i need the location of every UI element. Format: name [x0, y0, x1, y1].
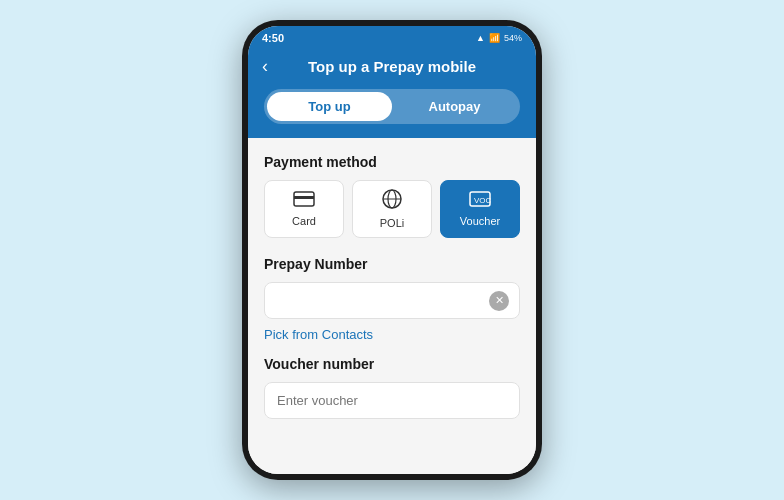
- payment-poli-option[interactable]: POLi: [352, 180, 432, 238]
- tab-autopay[interactable]: Autopay: [392, 92, 517, 121]
- tab-container: Top up Autopay: [248, 89, 536, 138]
- voucher-icon: VOC: [469, 191, 491, 211]
- svg-rect-1: [294, 196, 314, 199]
- content-area: Payment method Card: [248, 138, 536, 474]
- phone-screen: 4:50 ▲ 📶 54% ‹ Top up a Prepay mobile To…: [248, 26, 536, 474]
- voucher-number-section: Voucher number: [264, 356, 520, 419]
- card-label: Card: [292, 215, 316, 227]
- voucher-number-input[interactable]: [264, 382, 520, 419]
- back-button[interactable]: ‹: [262, 56, 268, 77]
- signal-icon: 📶: [489, 33, 500, 43]
- clear-input-button[interactable]: ✕: [489, 291, 509, 311]
- svg-text:VOC: VOC: [474, 196, 491, 205]
- payment-voucher-option[interactable]: VOC Voucher: [440, 180, 520, 238]
- tab-topup[interactable]: Top up: [267, 92, 392, 121]
- payment-card-option[interactable]: Card: [264, 180, 344, 238]
- phone-device: 4:50 ▲ 📶 54% ‹ Top up a Prepay mobile To…: [242, 20, 542, 480]
- voucher-label: Voucher: [460, 215, 500, 227]
- tab-switcher: Top up Autopay: [264, 89, 520, 124]
- prepay-input-wrapper: ✕: [264, 282, 520, 319]
- pick-contacts-link[interactable]: Pick from Contacts: [264, 327, 520, 342]
- poli-label: POLi: [380, 217, 404, 229]
- voucher-number-label: Voucher number: [264, 356, 520, 372]
- page-title: Top up a Prepay mobile: [308, 58, 476, 75]
- payment-methods: Card POLi: [264, 180, 520, 238]
- header: ‹ Top up a Prepay mobile: [248, 48, 536, 89]
- prepay-number-label: Prepay Number: [264, 256, 520, 272]
- status-bar: 4:50 ▲ 📶 54%: [248, 26, 536, 48]
- payment-method-label: Payment method: [264, 154, 520, 170]
- status-time: 4:50: [262, 32, 284, 44]
- prepay-number-section: Prepay Number ✕ Pick from Contacts: [264, 256, 520, 342]
- prepay-number-input[interactable]: [265, 283, 489, 318]
- wifi-icon: ▲: [476, 33, 485, 43]
- card-icon: [293, 191, 315, 211]
- battery-text: 54%: [504, 33, 522, 43]
- clear-icon: ✕: [495, 294, 504, 307]
- status-icons: ▲ 📶 54%: [476, 33, 522, 43]
- poli-icon: [382, 189, 402, 213]
